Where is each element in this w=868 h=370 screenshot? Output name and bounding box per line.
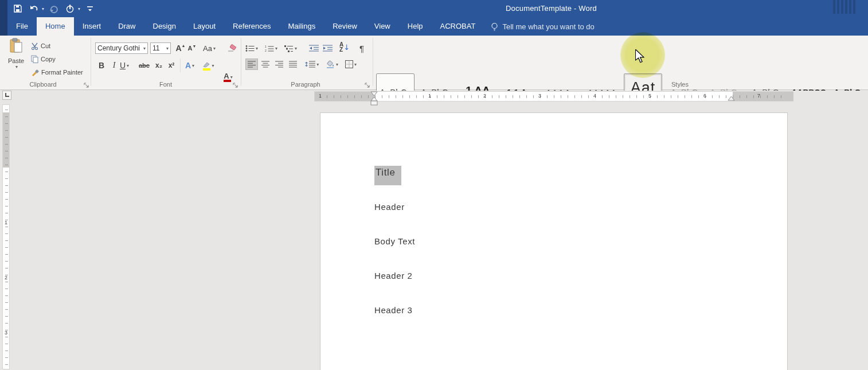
strikethrough-button[interactable]: abc: [139, 60, 150, 71]
multilevel-dropdown-icon[interactable]: ▾: [295, 46, 297, 51]
doc-line-header-3: Header 3: [374, 305, 413, 315]
lightbulb-icon: [491, 22, 498, 31]
ruler-number: 7: [757, 93, 760, 99]
justify-button[interactable]: [287, 59, 299, 70]
cut-button[interactable]: Cut: [31, 40, 50, 52]
ribbon: Paste ▾ Cut Copy Format Painter Clipboar…: [0, 36, 868, 90]
ruler-number: 3: [538, 93, 541, 99]
tab-acrobat[interactable]: ACROBAT: [432, 17, 484, 36]
underline-button[interactable]: U▾: [119, 60, 130, 71]
shading-dropdown-icon[interactable]: ▾: [336, 62, 338, 67]
decrease-indent-button[interactable]: [308, 42, 319, 54]
save-icon[interactable]: [11, 2, 24, 15]
tab-review[interactable]: Review: [324, 17, 366, 36]
tab-layout[interactable]: Layout: [185, 17, 224, 36]
title-bar: ▾ ▾ DocumentTemplate - Word: [0, 0, 868, 17]
multilevel-list-icon: [284, 45, 294, 52]
touch-mode-dropdown-icon[interactable]: ▾: [78, 6, 80, 11]
subscript-button[interactable]: x₂: [154, 60, 164, 71]
tab-design[interactable]: Design: [144, 17, 185, 36]
touch-mouse-mode-icon[interactable]: [64, 2, 76, 15]
borders-button[interactable]: ▾: [345, 59, 357, 70]
eraser-icon: [228, 44, 237, 52]
ruler-number: 2: [5, 275, 7, 281]
indent-markers-icon[interactable]: [370, 91, 378, 106]
undo-icon[interactable]: [28, 2, 40, 15]
copy-button[interactable]: Copy: [31, 53, 56, 65]
bullets-dropdown-icon[interactable]: ▾: [256, 46, 258, 51]
tab-view[interactable]: View: [366, 17, 399, 36]
tab-draw[interactable]: Draw: [110, 17, 144, 36]
ribbon-tab-row: File Home Insert Draw Design Layout Refe…: [7, 17, 868, 36]
cut-label: Cut: [41, 42, 50, 49]
ruler-number: 1: [5, 220, 7, 225]
bold-label: B: [99, 61, 104, 70]
ruler-number: 2: [483, 93, 486, 99]
format-painter-icon: [31, 69, 39, 76]
paragraph-dialog-launcher-icon[interactable]: [365, 81, 372, 88]
text-effects-dropdown-icon[interactable]: ▾: [192, 63, 194, 68]
highlight-color-button[interactable]: ▾: [202, 60, 214, 71]
subscript-label: x₂: [155, 61, 162, 69]
undo-dropdown-icon[interactable]: ▾: [42, 6, 44, 11]
shrink-font-button[interactable]: A▼: [187, 42, 197, 54]
tab-help[interactable]: Help: [399, 17, 432, 36]
text-effects-label: A: [185, 61, 191, 70]
font-name-dropdown-icon[interactable]: ▾: [143, 46, 146, 51]
numbering-dropdown-icon[interactable]: ▾: [275, 46, 277, 51]
horizontal-ruler[interactable]: 1 1 2 3 4 5 6 7: [314, 91, 793, 102]
tab-stop-selector[interactable]: [2, 91, 11, 100]
clear-formatting-button[interactable]: [227, 42, 237, 54]
change-case-button[interactable]: Aa▾: [203, 42, 216, 54]
tab-references[interactable]: References: [224, 17, 279, 36]
watermark-bars-icon: [833, 0, 856, 14]
line-spacing-dropdown-icon[interactable]: ▾: [316, 62, 319, 67]
sort-button[interactable]: AZ ↓: [339, 41, 350, 53]
pilcrow-label: ¶: [359, 44, 364, 53]
font-name-combo[interactable]: Century Gothi▾: [95, 42, 148, 54]
tab-home[interactable]: Home: [37, 17, 74, 36]
multilevel-list-button[interactable]: ▾: [284, 42, 297, 54]
line-spacing-lines-icon: [309, 61, 315, 68]
paste-button[interactable]: Paste ▾: [5, 38, 28, 78]
paste-dropdown-icon[interactable]: ▾: [15, 64, 18, 69]
bold-button[interactable]: B: [96, 60, 107, 71]
highlight-dropdown-icon[interactable]: ▾: [212, 63, 214, 68]
vertical-ruler[interactable]: 1 2 3: [2, 104, 10, 369]
selected-text: Title: [374, 166, 401, 185]
sort-letter: AZ: [339, 42, 343, 52]
shading-button[interactable]: ▾: [326, 59, 338, 70]
show-hide-pilcrow-button[interactable]: ¶: [357, 42, 367, 54]
font-size-combo[interactable]: 11▾: [150, 42, 171, 54]
tab-file[interactable]: File: [7, 17, 37, 36]
clipboard-icon: [9, 38, 24, 55]
underline-dropdown-icon[interactable]: ▾: [127, 63, 129, 68]
numbering-button[interactable]: 12▾: [265, 42, 277, 54]
grow-font-button[interactable]: A▲: [175, 42, 186, 54]
quick-access-toolbar: ▾ ▾: [11, 0, 96, 17]
align-center-button[interactable]: [259, 59, 272, 70]
right-indent-marker-icon[interactable]: [728, 96, 735, 102]
tab-insert[interactable]: Insert: [74, 17, 110, 36]
superscript-button[interactable]: x²: [166, 60, 177, 71]
tell-me-box[interactable]: Tell me what you want to do: [491, 17, 594, 36]
format-painter-button[interactable]: Format Painter: [31, 67, 83, 78]
font-size-dropdown-icon[interactable]: ▾: [166, 46, 169, 51]
align-left-button[interactable]: [245, 59, 258, 70]
ruler-number: 4: [593, 93, 596, 99]
text-effects-button[interactable]: A▾: [185, 60, 195, 71]
clipboard-dialog-launcher-icon[interactable]: [84, 81, 91, 88]
italic-button[interactable]: I: [109, 60, 119, 71]
increase-indent-button[interactable]: [322, 42, 333, 54]
tab-mailings[interactable]: Mailings: [280, 17, 324, 36]
align-right-button[interactable]: [273, 59, 286, 70]
customize-qat-icon[interactable]: [84, 2, 96, 15]
font-color-dropdown-icon[interactable]: ▾: [230, 75, 233, 80]
ruler-ticks: [5, 110, 8, 367]
bullets-button[interactable]: ▾: [245, 42, 258, 54]
borders-dropdown-icon[interactable]: ▾: [354, 62, 357, 67]
document-page[interactable]: Title Header Body Text Header 2 Header 3: [320, 112, 788, 370]
line-spacing-button[interactable]: ↕ ▾: [304, 59, 319, 70]
font-dialog-launcher-icon[interactable]: [233, 81, 240, 88]
doc-line-header: Header: [374, 202, 405, 212]
